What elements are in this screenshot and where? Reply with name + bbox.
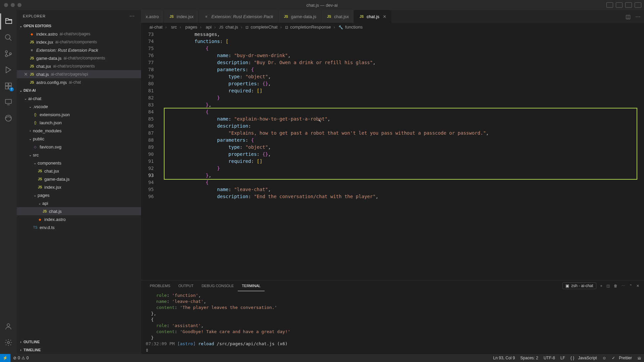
project-header[interactable]: ⌄ DEV-AI [17, 86, 141, 94]
file-item[interactable]: ◇favicon.svg [17, 143, 141, 151]
problems-status[interactable]: ⊘0 ⚠0 [10, 356, 31, 360]
panel-tab[interactable]: TERMINAL [238, 280, 265, 291]
breadcrumb-item[interactable]: src [169, 25, 177, 30]
language-mode[interactable]: { } JavaScript [568, 356, 600, 360]
editor-item-name: chat.jsx [36, 64, 51, 69]
split-terminal-icon[interactable]: ◫ [606, 284, 610, 288]
terminal-name: zsh - ai-chat [571, 283, 593, 288]
panel-more-icon[interactable]: ⋯ [622, 284, 625, 288]
editor-tab[interactable]: JSchat.js✕ [354, 10, 392, 23]
remote-indicator[interactable]: ⚡ [0, 354, 10, 362]
open-editors-header[interactable]: ⌄ OPEN EDITORS [17, 22, 141, 30]
panel-tab[interactable]: PROBLEMS [146, 280, 174, 291]
file-type-icon: {} [32, 113, 38, 117]
tab-more-icon[interactable]: ⋯ [635, 13, 641, 20]
source-control-icon[interactable] [0, 46, 16, 62]
indentation-status[interactable]: Spaces: 2 [518, 356, 541, 360]
file-item[interactable]: TSenv.d.ts [17, 223, 141, 231]
chevron-icon: ⌄ [28, 105, 33, 108]
run-debug-icon[interactable] [0, 62, 16, 78]
layout-controls[interactable] [606, 2, 641, 8]
breadcrumb-item[interactable]: api [204, 25, 212, 30]
file-item[interactable]: JSindex.jsx [17, 183, 141, 191]
open-editor-item[interactable]: JSchat.jsxai-chat/src/components [17, 62, 141, 70]
folder-item[interactable]: ⌄api [17, 199, 141, 207]
editor-tab[interactable]: x.astro [141, 10, 164, 23]
prettier-status[interactable]: ✓ Prettier [609, 356, 635, 360]
code-editor[interactable]: 7374757677787980818283848586878889909192… [141, 31, 644, 280]
terminal-output[interactable]: role: 'function', name: 'leave-chat', co… [141, 291, 644, 354]
breadcrumb-item[interactable]: 🔧 functions [338, 25, 363, 30]
file-type-icon: JS [37, 169, 43, 173]
file-item[interactable]: {}extensions.json [17, 110, 141, 119]
minimize-window-icon[interactable] [11, 3, 15, 7]
folder-item[interactable]: ⌄src [17, 151, 141, 159]
close-panel-icon[interactable]: ✕ [636, 284, 639, 288]
editor-tab[interactable]: JSchat.jsx [321, 10, 354, 23]
folder-item[interactable]: ⌄ai-chat [17, 94, 141, 102]
new-terminal-icon[interactable]: + [600, 284, 602, 288]
panel-layout-icon[interactable] [635, 2, 641, 8]
extensions-icon[interactable]: 7 [0, 78, 16, 94]
folder-item[interactable]: ⌄public [17, 135, 141, 143]
breadcrumb-item[interactable]: ⊡ completeChat [245, 25, 277, 30]
window-controls[interactable] [4, 3, 21, 7]
editor-tab[interactable]: ≡Extension: Rust Extension Pack [199, 10, 278, 23]
feedback-icon[interactable]: ☺ [600, 356, 609, 360]
panel-tab[interactable]: DEBUG CONSOLE [197, 280, 238, 291]
editor-tab[interactable]: JSgame-data.js [278, 10, 321, 23]
sidebar-more-icon[interactable]: ⋯ [129, 13, 135, 19]
close-window-icon[interactable] [4, 3, 8, 7]
editor-item-path: ai-chat/src/pages [60, 32, 90, 36]
editor-item-path: ai-chat/src/components [63, 56, 105, 60]
panel-tab[interactable]: OUTPUT [174, 280, 197, 291]
svg-line-1 [9, 39, 11, 41]
folder-item[interactable]: ⌄components [17, 159, 141, 167]
file-name: chat.jsx [44, 169, 59, 174]
panel-layout-icon[interactable] [606, 2, 613, 8]
file-item[interactable]: ◆index.astro [17, 215, 141, 223]
notifications-icon[interactable]: 🛎 [635, 356, 644, 360]
maximize-panel-icon[interactable]: ⌃ [629, 284, 632, 288]
titlebar: chat.js — dev-ai [0, 0, 644, 10]
settings-gear-icon[interactable] [0, 334, 16, 351]
panel-layout-icon[interactable] [625, 2, 632, 8]
open-editor-item[interactable]: JSastro.config.mjsai-chat [17, 78, 141, 86]
encoding-status[interactable]: UTF-8 [541, 356, 558, 360]
search-icon[interactable] [0, 30, 16, 46]
file-item[interactable]: JSchat.jsx [17, 167, 141, 175]
breadcrumb[interactable]: ai-chat›src›pages›api›JS chat.js›⊡ compl… [141, 23, 644, 31]
remote-explorer-icon[interactable] [0, 94, 16, 110]
maximize-window-icon[interactable] [17, 3, 21, 7]
terminal-selector[interactable]: ▣ zsh - ai-chat [562, 282, 596, 289]
open-editor-item[interactable]: ◆index.astroai-chat/src/pages [17, 30, 141, 38]
folder-item[interactable]: ⌄pages [17, 191, 141, 199]
file-item[interactable]: JSgame-data.js [17, 175, 141, 183]
close-tab-icon[interactable]: ✕ [383, 14, 386, 19]
edge-tools-icon[interactable] [0, 110, 16, 126]
panel-layout-icon[interactable] [616, 2, 623, 8]
close-icon[interactable]: ✕ [23, 72, 29, 77]
breadcrumb-item[interactable]: ai-chat [148, 25, 163, 30]
account-icon[interactable] [0, 318, 16, 334]
open-editor-item[interactable]: ✕JSchat.jsai-chat/src/pages/api [17, 70, 141, 78]
breadcrumb-item[interactable]: ⊡ completionResponse [284, 25, 331, 30]
file-item[interactable]: JSchat.js [17, 207, 141, 215]
open-editor-item[interactable]: JSgame-data.jsai-chat/src/components [17, 54, 141, 62]
open-editor-item[interactable]: JSindex.jsxai-chat/src/components [17, 38, 141, 46]
timeline-header[interactable]: › TIMELINE [17, 346, 141, 354]
editor-tab[interactable]: JSindex.jsx [164, 10, 199, 23]
breadcrumb-item[interactable]: pages [184, 25, 197, 30]
file-item[interactable]: {}launch.json [17, 119, 141, 127]
cursor-position[interactable]: Ln 93, Col 9 [491, 356, 518, 360]
outline-header[interactable]: › OUTLINE [17, 338, 141, 346]
kill-terminal-icon[interactable]: 🗑 [614, 284, 617, 288]
folder-item[interactable]: ⌄.vscode [17, 102, 141, 110]
section-label: OPEN EDITORS [24, 24, 51, 28]
eol-status[interactable]: LF [558, 356, 568, 360]
split-editor-icon[interactable]: ◫ [626, 13, 631, 20]
open-editor-item[interactable]: ≡Extension: Rust Extension Pack [17, 46, 141, 54]
breadcrumb-item[interactable]: JS chat.js [219, 25, 238, 30]
folder-item[interactable]: ›node_modules [17, 127, 141, 135]
explorer-icon[interactable] [0, 13, 16, 30]
